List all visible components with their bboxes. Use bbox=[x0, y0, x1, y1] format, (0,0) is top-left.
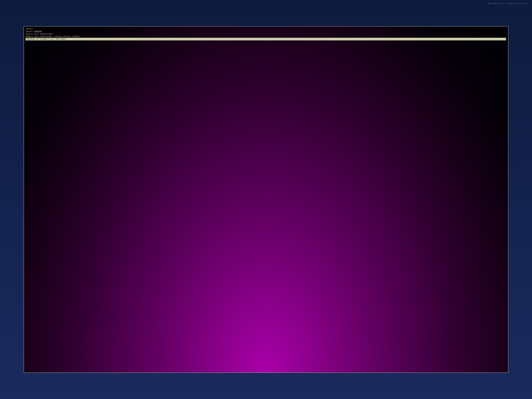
monitor-frame: GNU GRUB version 2.04~beta1-ubuntu17.16 … bbox=[0, 0, 532, 399]
grub-version-text: GNU GRUB version 2.04~beta1-ubuntu17.16 bbox=[488, 3, 527, 5]
grub-version-bar: GNU GRUB version 2.04~beta1-ubuntu17.16 bbox=[488, 3, 527, 5]
grub-menu-item-memtest-serial[interactable]: Memory test (memtest86+, serial console … bbox=[26, 35, 506, 38]
grub-menu-item-memtest[interactable]: Memory test (memtest86+) bbox=[26, 33, 506, 35]
grub-content-area bbox=[24, 42, 508, 373]
grub-menu-item-windows10[interactable]: *Windows 10 (loader) (on /dev/sda1) bbox=[25, 38, 506, 40]
grub-menu-area: UbuntuUbuntu 高级选项Memory test (memtest86+… bbox=[24, 26, 508, 42]
grub-screen: UbuntuUbuntu 高级选项Memory test (memtest86+… bbox=[24, 26, 508, 373]
grub-menu-item-ubuntu-advanced[interactable]: Ubuntu 高级选项 bbox=[26, 30, 506, 33]
grub-menu-item-ubuntu[interactable]: Ubuntu bbox=[26, 28, 506, 30]
